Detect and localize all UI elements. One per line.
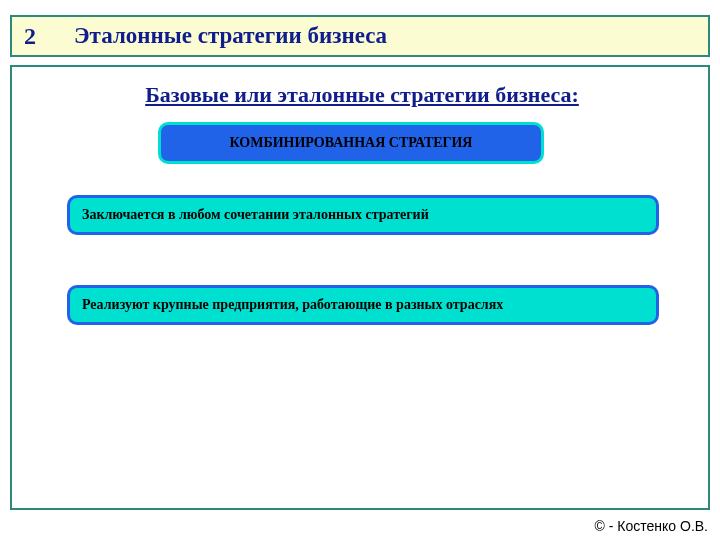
detail-box-2: Реализуют крупные предприятия, работающи… — [67, 285, 659, 325]
content-box: Базовые или эталонные стратегии бизнеса:… — [10, 65, 710, 510]
sub-heading: Базовые или эталонные стратегии бизнеса: — [12, 82, 712, 108]
strategy-main-box: КОМБИНИРОВАННАЯ СТРАТЕГИЯ — [158, 122, 544, 164]
header-title: Эталонные стратегии бизнеса — [74, 23, 387, 49]
header-number: 2 — [24, 23, 36, 50]
copyright-text: © - Костенко О.В. — [595, 518, 708, 534]
detail-box-1: Заключается в любом сочетании эталонных … — [67, 195, 659, 235]
header-bar: 2 Эталонные стратегии бизнеса — [10, 15, 710, 57]
